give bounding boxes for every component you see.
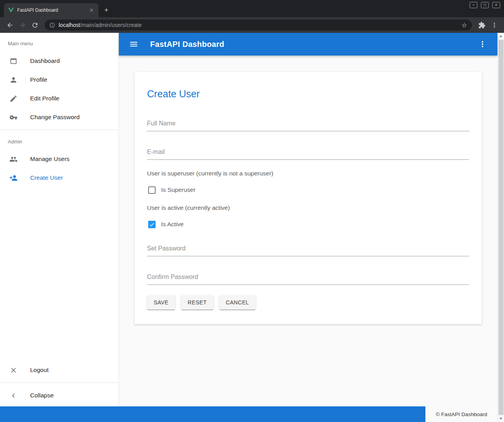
confirm-password-field	[147, 271, 469, 285]
sidebar-item-change-password[interactable]: Change Password	[0, 108, 118, 127]
bookmark-star-icon[interactable]	[461, 22, 467, 28]
main-content: FastAPI Dashboard Create User	[119, 33, 497, 406]
new-tab-button[interactable]: +	[101, 5, 112, 16]
appbar-title: FastAPI Dashboard	[150, 40, 224, 49]
url-host: localhost	[59, 22, 80, 28]
check-icon	[149, 222, 155, 227]
logout-close-icon	[9, 366, 18, 374]
page-scrollbar[interactable]	[497, 33, 504, 422]
full-name-field	[147, 118, 469, 131]
window-controls: − □ ×	[470, 2, 500, 8]
window-maximize-button[interactable]: □	[481, 2, 489, 8]
active-checkbox-box[interactable]	[148, 221, 156, 228]
email-field	[147, 146, 469, 160]
app-bar: FastAPI Dashboard	[119, 33, 497, 55]
url-path: /main/admin/users/create	[80, 22, 142, 28]
scrollbar-thumb[interactable]	[499, 40, 504, 415]
set-password-field	[147, 243, 469, 256]
sidebar-item-create-user[interactable]: Create User	[0, 168, 118, 187]
sidebar-item-edit-profile[interactable]: Edit Profile	[0, 89, 118, 108]
person-add-icon	[9, 174, 18, 182]
sidebar-divider-bottom	[0, 383, 118, 383]
tab-title: FastAPI Dashboard	[17, 7, 85, 13]
forward-arrow-icon	[19, 21, 26, 29]
superuser-hint: User is superuser (currently is not a su…	[147, 170, 469, 177]
reload-button[interactable]	[29, 19, 41, 31]
extension-icon[interactable]	[476, 19, 488, 31]
email-input[interactable]	[147, 146, 469, 160]
pencil-icon	[9, 95, 18, 103]
hamburger-menu-icon[interactable]	[127, 38, 140, 50]
footer: © FastAPI Dashboard	[0, 406, 497, 422]
sidebar-header-main-menu: Main menu	[0, 35, 118, 52]
superuser-checkbox-label: Is Superuser	[161, 186, 196, 193]
scroll-down-arrow-icon[interactable]	[499, 418, 502, 420]
browser-toolbar: localhost/main/admin/users/create	[0, 17, 504, 33]
sidebar: Main menu Dashboard Profile	[0, 33, 119, 406]
people-icon	[9, 155, 18, 163]
active-checkbox[interactable]: Is Active	[147, 219, 469, 229]
key-icon	[9, 113, 18, 122]
tab-close-icon[interactable]	[88, 7, 95, 13]
content-scroll-area: Create User User is superuser (currently…	[119, 55, 497, 406]
footer-copyright: © FastAPI Dashboard	[425, 406, 497, 422]
superuser-checkbox-box[interactable]	[148, 186, 156, 194]
sidebar-header-admin: Admin	[0, 133, 118, 150]
dashboard-icon	[9, 57, 18, 65]
vue-favicon-icon	[8, 7, 14, 13]
active-hint: User is active (currently active)	[147, 204, 469, 211]
sidebar-divider	[0, 130, 118, 130]
sidebar-item-profile[interactable]: Profile	[0, 70, 118, 89]
set-password-input[interactable]	[147, 243, 469, 256]
browser-menu-icon[interactable]	[488, 19, 500, 31]
create-user-card: Create User User is superuser (currently…	[135, 72, 482, 324]
reload-icon	[31, 21, 39, 29]
sidebar-item-manage-users[interactable]: Manage Users	[0, 150, 118, 168]
sidebar-bottom: Logout Collapse	[0, 361, 118, 406]
sidebar-item-logout[interactable]: Logout	[0, 361, 118, 379]
sidebar-item-collapse[interactable]: Collapse	[0, 386, 118, 405]
site-info-icon[interactable]	[49, 22, 55, 28]
page-title: Create User	[147, 88, 469, 100]
active-checkbox-label: Is Active	[161, 221, 184, 228]
web-page: Main menu Dashboard Profile	[0, 33, 504, 422]
confirm-password-input[interactable]	[147, 271, 469, 285]
scroll-up-arrow-icon[interactable]	[499, 35, 502, 37]
full-name-input[interactable]	[147, 118, 469, 131]
chevron-left-icon	[9, 392, 18, 400]
browser-window: FastAPI Dashboard + − □ × localhost/main…	[0, 0, 504, 422]
browser-titlebar: FastAPI Dashboard + − □ ×	[0, 0, 504, 17]
appbar-overflow-menu-icon[interactable]	[476, 38, 489, 50]
back-button[interactable]	[4, 19, 16, 31]
back-arrow-icon	[6, 21, 14, 29]
save-button[interactable]: SAVE	[147, 295, 175, 309]
window-minimize-button[interactable]: −	[470, 2, 477, 8]
form-buttons: SAVE RESET CANCEL	[147, 295, 469, 309]
sidebar-item-dashboard[interactable]: Dashboard	[0, 52, 118, 70]
cancel-button[interactable]: CANCEL	[219, 295, 256, 309]
address-bar[interactable]: localhost/main/admin/users/create	[45, 20, 472, 30]
browser-tab[interactable]: FastAPI Dashboard	[4, 3, 99, 17]
forward-button[interactable]	[16, 19, 28, 31]
window-close-button[interactable]: ×	[492, 2, 500, 8]
superuser-checkbox[interactable]: Is Superuser	[147, 185, 469, 195]
url-text[interactable]: localhost/main/admin/users/create	[59, 22, 458, 28]
person-icon	[9, 76, 18, 84]
reset-button[interactable]: RESET	[181, 295, 213, 309]
